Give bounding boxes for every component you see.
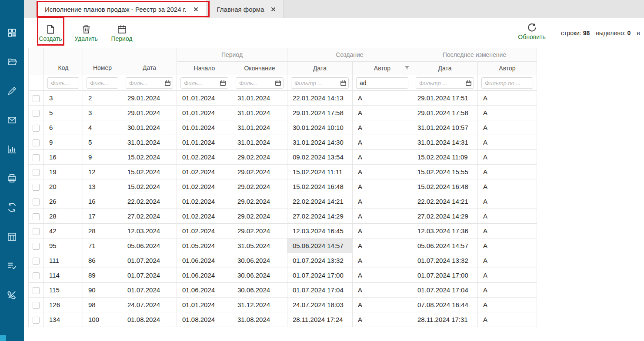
cell-modified_author[interactable]: A [478, 106, 537, 120]
row-checkbox[interactable] [33, 302, 40, 309]
cell-period_end[interactable]: 31.01.2024 [232, 135, 287, 150]
cell-created_author[interactable]: A [353, 238, 412, 253]
cell-modified_date[interactable]: 31.01.2024 14:31 [412, 135, 478, 150]
row-checkbox[interactable] [33, 154, 40, 161]
cell-created_author[interactable]: A [353, 253, 412, 268]
cell-created_author[interactable]: A [353, 298, 412, 312]
cell-date[interactable]: 15.02.2024 [122, 165, 177, 179]
column-header-modified-date[interactable]: Дата [412, 62, 478, 75]
cell-modified_author[interactable]: A [478, 238, 537, 253]
cell-created_author[interactable]: A [353, 283, 412, 298]
cell-number[interactable]: 98 [83, 298, 122, 312]
cell-code[interactable]: 126 [44, 298, 83, 312]
cell-code[interactable]: 6 [44, 120, 83, 135]
cell-period_start[interactable]: 01.05.2024 [177, 238, 232, 253]
cell-code[interactable]: 9 [44, 135, 83, 150]
row-checkbox[interactable] [33, 317, 40, 324]
cell-modified_author[interactable]: A [478, 165, 537, 179]
cell-modified_date[interactable]: 15.02.2024 15:55 [412, 165, 478, 179]
calendar-icon[interactable] [275, 79, 281, 86]
cell-number[interactable]: 100 [83, 312, 122, 327]
cell-code[interactable]: 114 [44, 268, 83, 283]
cell-created_date[interactable]: 01.07.2024 17:04 [287, 283, 353, 298]
cell-period_start[interactable]: 01.02.2024 [177, 209, 232, 224]
cell-number[interactable]: 4 [83, 120, 122, 135]
cell-created_author[interactable]: A [353, 179, 412, 194]
row-checkbox[interactable] [33, 184, 40, 191]
cell-period_end[interactable]: 31.05.2024 [232, 238, 287, 253]
row-checkbox-cell[interactable] [29, 165, 44, 179]
cell-code[interactable]: 16 [44, 150, 83, 165]
cell-created_date[interactable]: 09.02.2024 13:54 [287, 150, 353, 165]
sidebar-item-folders[interactable] [0, 47, 24, 76]
cell-created_date[interactable]: 01.07.2024 13:32 [287, 253, 353, 268]
table-row[interactable]: 16915.02.202401.02.202429.02.202409.02.2… [29, 150, 537, 165]
column-header-created-date[interactable]: Дата [287, 62, 353, 75]
cell-created_date[interactable]: 05.06.2024 14:57 [287, 238, 353, 253]
cell-number[interactable]: 13 [83, 179, 122, 194]
refresh-button[interactable]: Обновить [514, 23, 549, 40]
cell-period_start[interactable]: 01.01.2024 [177, 91, 232, 106]
cell-date[interactable]: 27.02.2024 [122, 209, 177, 224]
cell-created_author[interactable]: A [353, 224, 412, 238]
sidebar-item-mail[interactable] [0, 106, 24, 135]
cell-code[interactable]: 19 [44, 165, 83, 179]
table-row[interactable]: 957105.06.202401.05.202431.05.202405.06.… [29, 238, 537, 253]
cell-date[interactable]: 31.01.2024 [122, 135, 177, 150]
cell-created_author[interactable]: A [353, 135, 412, 150]
cell-created_date[interactable]: 22.01.2024 14:13 [287, 91, 353, 106]
cell-created_author[interactable]: A [353, 194, 412, 209]
cell-number[interactable]: 28 [83, 224, 122, 238]
cell-number[interactable]: 3 [83, 106, 122, 120]
cell-date[interactable]: 05.06.2024 [122, 238, 177, 253]
cell-period_start[interactable]: 01.06.2024 [177, 253, 232, 268]
row-checkbox-cell[interactable] [29, 91, 44, 106]
cell-period_start[interactable]: 01.02.2024 [177, 150, 232, 165]
cell-date[interactable]: 24.07.2024 [122, 298, 177, 312]
row-checkbox-cell[interactable] [29, 253, 44, 268]
cell-period_end[interactable]: 29.02.2024 [232, 179, 287, 194]
row-checkbox-cell[interactable] [29, 298, 44, 312]
tab-main-form[interactable]: Главная форма [209, 0, 284, 18]
cell-period_start[interactable]: 01.06.2024 [177, 268, 232, 283]
sidebar-item-tasks[interactable] [0, 251, 24, 280]
cell-created_date[interactable]: 01.07.2024 17:00 [287, 268, 353, 283]
cell-date[interactable]: 15.02.2024 [122, 179, 177, 194]
cell-period_start[interactable]: 01.01.2024 [177, 106, 232, 120]
column-header-period-start[interactable]: Начало [177, 62, 232, 75]
cell-created_date[interactable]: 22.02.2024 14:21 [287, 194, 353, 209]
row-checkbox-cell[interactable] [29, 179, 44, 194]
cell-created_author[interactable]: A [353, 150, 412, 165]
cell-code[interactable]: 28 [44, 209, 83, 224]
cell-created_date[interactable]: 28.11.2024 17:24 [287, 312, 353, 327]
row-checkbox[interactable] [33, 258, 40, 265]
cell-modified_author[interactable]: A [478, 135, 537, 150]
cell-period_end[interactable]: 29.02.2024 [232, 165, 287, 179]
table-row[interactable]: 191215.02.202401.02.202429.02.202415.02.… [29, 165, 537, 179]
cell-modified_author[interactable]: A [478, 224, 537, 238]
cell-period_start[interactable]: 01.02.2024 [177, 224, 232, 238]
cell-number[interactable]: 86 [83, 253, 122, 268]
column-header-number[interactable]: Номер [83, 48, 122, 75]
cell-created_date[interactable]: 24.07.2024 18:03 [287, 298, 353, 312]
table-row[interactable]: 201315.02.202401.02.202429.02.202415.02.… [29, 179, 537, 194]
cell-modified_date[interactable]: 01.07.2024 17:00 [412, 268, 478, 283]
cell-modified_date[interactable]: 01.07.2024 13:32 [412, 253, 478, 268]
cell-date[interactable]: 01.07.2024 [122, 283, 177, 298]
row-checkbox-cell[interactable] [29, 150, 44, 165]
cell-number[interactable]: 16 [83, 194, 122, 209]
tab-close-button[interactable] [194, 7, 198, 12]
cell-period_end[interactable]: 31.12.2024 [232, 298, 287, 312]
cell-modified_date[interactable]: 29.01.2024 17:58 [412, 106, 478, 120]
cell-period_end[interactable]: 29.02.2024 [232, 194, 287, 209]
cell-created_date[interactable]: 15.02.2024 11:11 [287, 165, 353, 179]
tab-close-button[interactable] [271, 7, 276, 12]
column-header-code[interactable]: Код [44, 48, 83, 75]
row-checkbox-cell[interactable] [29, 238, 44, 253]
cell-period_start[interactable]: 01.02.2024 [177, 179, 232, 194]
sidebar-item-sync[interactable] [0, 193, 24, 222]
sidebar-item-print[interactable] [0, 164, 24, 193]
cell-code[interactable]: 26 [44, 194, 83, 209]
sidebar-item-reports[interactable] [0, 135, 24, 164]
calendar-icon[interactable] [340, 79, 347, 86]
